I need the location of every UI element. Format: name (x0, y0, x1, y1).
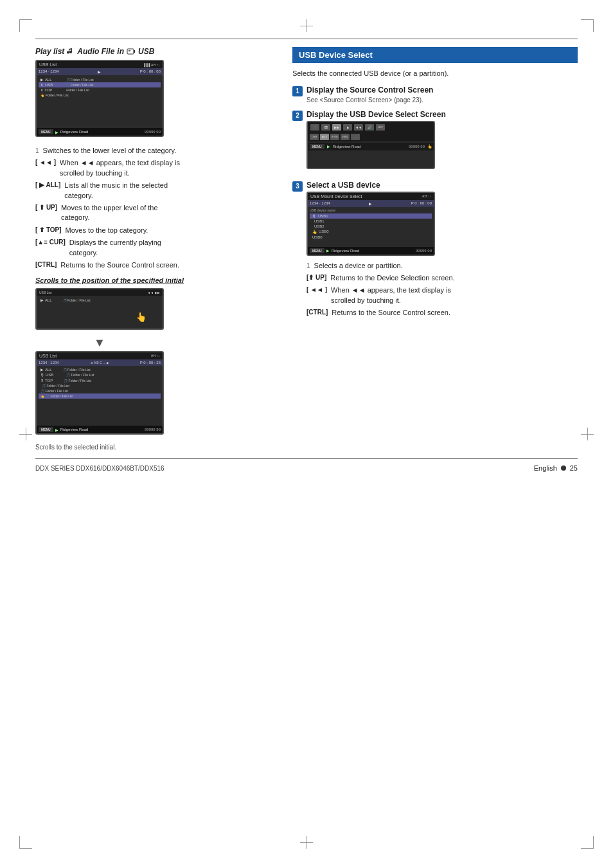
corner-mark-tl (19, 19, 32, 32)
device-screen-1: USB List ▐▐▐ AH ↑↓ 1234 · 1234 ▶ P 0 : 0… (35, 60, 164, 137)
step-1: 1 Display the Source Control Screen See … (292, 86, 578, 104)
usb-mode-row: USB AUX IPOD USB2 … (308, 132, 434, 141)
select-list: 🖁 USB1 USB1 USB2 (308, 213, 434, 240)
step3-instr-back: [ ◄◄ ] When ◄◄ appears, the text display… (306, 285, 578, 305)
usb-menu-btn: MENU (310, 144, 324, 149)
select-track-info: 1234 · 1234 ▶ P 0 : 00 : 00 (308, 200, 434, 207)
playlist-label: Play list (35, 47, 64, 56)
usb-mode-3: IPOD (330, 134, 339, 140)
scroll-row-6: 👆 🎵 Folder / File List (39, 393, 161, 399)
right-column: USB Device Select Selects the connected … (292, 47, 578, 451)
screen1-signal: ▐▐▐ AH ↑↓ (143, 62, 160, 67)
scroll-device-lg: USB List AH↑↓ 1234 · 1234 ◄ A B C ... ▶ … (35, 351, 164, 435)
step-3: 3 Select a USB device USB Mount Device S… (292, 181, 578, 325)
usb-btn-1: 🎵 (310, 124, 319, 131)
list-item-all: ▶ ALL 🎵 Folder / File List (39, 77, 161, 82)
scroll-menu-btn: MENU (39, 427, 53, 432)
top-divider (35, 39, 578, 39)
page-footer: DDX SERIES DDX616/DDX6046BT/DDX516 Engli… (35, 464, 578, 472)
scroll-row-4: 🎵 Folder / File List (39, 383, 161, 388)
page-content: Play list Audio File in USB (35, 39, 578, 829)
list-item-top: ⬆ TOP Folder / File List (39, 87, 161, 93)
screen1-menu-btn: MENU (39, 129, 53, 134)
instructions-list: 1 Switches to the lower level of the cat… (35, 146, 280, 270)
usb-mode-4: USB2 (341, 134, 350, 140)
music-note-icon (67, 48, 75, 55)
scroll-lg-list: ▶ ALL 🎵 Folder / File List 🖁 USB 🎵 Folde… (37, 366, 163, 399)
screen1-wrap: USB List ▐▐▐ AH ↑↓ 1234 · 1234 ▶ P 0 : 0… (35, 60, 280, 142)
screen1-title-bar: USB List ▐▐▐ AH ↑↓ (37, 61, 163, 68)
select-usb3: USB2 (310, 224, 432, 229)
step-1-desc: See <Source Control Screen> (page 23). (306, 96, 578, 104)
section-title: USB Device Select (292, 47, 578, 63)
scrolls-section: Scrolls to the position of the specified… (35, 276, 280, 451)
usb-btn-3: ▶▶ (332, 124, 341, 131)
page-dot-icon (561, 466, 566, 471)
select-device-screen: USB Mount Device Select AH↑↓ 1234 · 1234… (306, 192, 435, 256)
step-3-title: Select a USB device (306, 181, 578, 190)
page-number: 25 (570, 464, 578, 472)
bottom-center-cross (300, 836, 313, 849)
usb-btn-2: 🎞 (321, 124, 330, 131)
finger-icon-sm: 👆 (136, 312, 147, 322)
svg-rect-1 (129, 50, 130, 51)
section-intro: Selects the connected USB device (or a p… (292, 68, 578, 79)
usb-btn-4: ■ (343, 124, 352, 131)
usb-select-screen: 🎵 🎞 ▶▶ ■ ◄◄ 🔊 LIST USB AUX IPOD (306, 121, 435, 169)
select-label: USB device name (308, 207, 434, 213)
step3-instr-ctrl: [CTRL] Returns to the Source Control scr… (306, 308, 578, 318)
instr-item-cur: [▲≡ CUR] Displays the currently playingc… (35, 238, 280, 258)
step-1-num: 1 (292, 86, 303, 96)
scroll-row-3: ⬆ TOP 🎵 Folder / File List (39, 377, 161, 383)
step3-instr-1: 1 Selects a device or partition. (306, 261, 578, 271)
select-bottom-bar: MENU ▶ Ridgeview Road 99999 99 (308, 247, 434, 255)
step-2-title: Display the USB Device Select Screen (306, 110, 578, 119)
footer-page-num: English 25 (534, 464, 578, 472)
list-item-4: 👆 Folder / File List (39, 93, 161, 98)
instr-item-1: 1 Switches to the lower level of the cat… (35, 146, 280, 156)
scroll-lg-title: USB List AH↑↓ (37, 352, 163, 359)
step-2: 2 Display the USB Device Select Screen 🎵… (292, 110, 578, 174)
playlist-header: Play list Audio File in USB (35, 47, 280, 56)
usb-icon-row: 🎵 🎞 ▶▶ ■ ◄◄ 🔊 LIST (308, 122, 434, 132)
usb-drive-icon (127, 48, 136, 55)
scroll-row-2: 🖁 USB 🎵 Folder / File List (39, 372, 161, 377)
svg-rect-2 (134, 50, 135, 53)
footer-model: DDX SERIES DDX616/DDX6046BT/DDX516 (35, 465, 164, 472)
scroll-screen-before: USB List ◄◄ ▶▶ ▶ ALL 🎵 Folder / File Lis… (35, 288, 280, 332)
select-title-bar: USB Mount Device Select AH↑↓ (308, 193, 434, 200)
step3-instructions: 1 Selects a device or partition. [⬆ UP] … (306, 261, 578, 318)
scroll-sm-title: USB List ◄◄ ▶▶ (37, 289, 163, 296)
step-2-num: 2 (292, 111, 303, 121)
select-usb4: 👆 USB0 (310, 229, 432, 235)
scroll-screen-after: USB List AH↑↓ 1234 · 1234 ◄ A B C ... ▶ … (35, 351, 280, 440)
instr-item-top: [ ⬆ TOP] Moves to the top category. (35, 226, 280, 235)
scroll-device-sm: USB List ◄◄ ▶▶ ▶ ALL 🎵 Folder / File Lis… (35, 288, 164, 330)
scroll-lg-track: 1234 · 1234 ◄ A B C ... ▶ P 0 : 00 : 25 (37, 359, 163, 366)
list-item-usb: 🖁 USB 🎵 Folder / File List (39, 82, 161, 87)
left-column: Play list Audio File in USB (35, 47, 280, 451)
scrolls-caption: Scrolls to the selected initial. (35, 444, 280, 451)
select-usb1: 🖁 USB1 (310, 213, 432, 219)
scroll-sm-list: ▶ ALL 🎵 Folder / File List (37, 296, 163, 304)
select-usb5: USB0 (310, 235, 432, 240)
usb-mode-1: USB (310, 134, 319, 140)
step-2-content: Display the USB Device Select Screen 🎵 🎞… (306, 110, 578, 174)
corner-mark-bl (19, 836, 32, 849)
step-1-content: Display the Source Control Screen See <S… (306, 86, 578, 104)
corner-mark-tr (581, 19, 594, 32)
scroll-lg-bottom: MENU ▶ Ridgeview Road 99999 99 (37, 426, 163, 433)
instr-item-up: [ ⬆ UP] Moves to the upper level of thec… (35, 203, 280, 223)
playlist-source-label: USB (138, 47, 154, 56)
step-1-title: Display the Source Control Screen (306, 86, 578, 95)
arrow-down: ▼ (35, 336, 164, 350)
scroll-row-5: 🎵 Folder / File List (39, 388, 161, 393)
footer-lang: English (534, 464, 557, 472)
step3-instr-up: [⬆ UP] Returns to the Device Selection s… (306, 273, 578, 283)
screen1-bottom-bar: MENU ▶ Ridgeview Road 99999 99 (37, 128, 163, 136)
bottom-divider (35, 458, 578, 459)
select-usb2: USB1 (310, 219, 432, 224)
screen1-track-info: 1234 · 1234 ▶ P 0 : 00 : 05 (37, 68, 163, 75)
usb-btn-5: ◄◄ (354, 124, 363, 131)
scroll-row-1: ▶ ALL 🎵 Folder / File List (39, 366, 161, 372)
